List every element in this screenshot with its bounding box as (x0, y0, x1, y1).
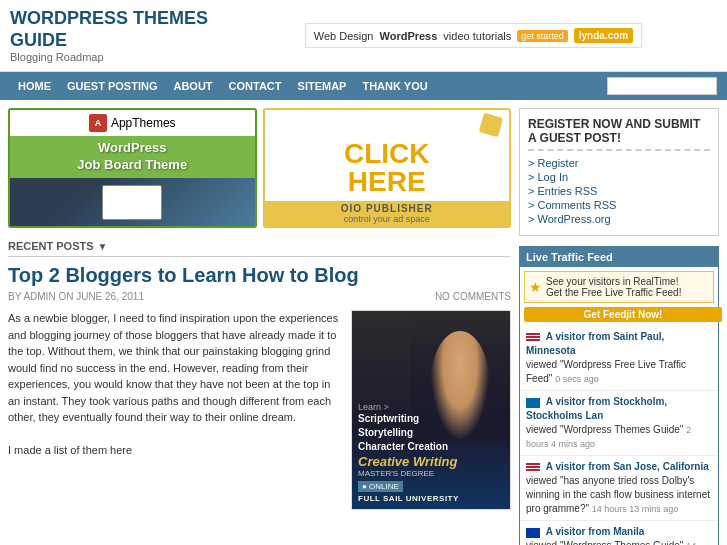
site-subtitle: Blogging Roadmap (10, 51, 230, 63)
traffic-location-3: A visitor from San Jose, California (546, 461, 709, 472)
traffic-action-4: viewed "Wordpress Themes Guide" (526, 540, 683, 545)
ad-subject2: Storytelling (358, 427, 413, 438)
banner-row: A AppThemes WordPressJob Board Theme CLI… (8, 108, 511, 228)
traffic-item-3: A visitor from San Jose, California view… (520, 456, 718, 521)
traffic-action-2: viewed "Wordpress Themes Guide" (526, 424, 683, 435)
banner2-oio-label: OIO PUBLISHER (267, 203, 508, 214)
us-flag-icon-2 (526, 463, 540, 473)
banner-video-text: video tutorials (443, 30, 511, 42)
feedjit-button[interactable]: Get Feedjit Now! (524, 307, 722, 322)
recent-posts-arrow-icon: ▼ (98, 241, 108, 252)
traffic-item-1: A visitor from Saint Paul, Minnesota vie… (520, 326, 718, 391)
feedjit-star-icon: ★ (529, 279, 542, 295)
lynda-badge: lynda.com (574, 28, 633, 43)
ad-subjects: Scriptwriting Storytelling Character Cre… (358, 412, 504, 454)
traffic-location-2: A visitor from Stockholm, Stockholms Lan (526, 396, 667, 421)
site-title: WORDPRESS THEMES GUIDE (10, 8, 230, 51)
appthemes-label: AppThemes (111, 116, 176, 130)
appthemes-icon: A (89, 114, 107, 132)
ad-learn-label: Learn > (358, 402, 504, 412)
sidebar-link-wordpress-org[interactable]: WordPress.org (528, 213, 710, 225)
nav-item-thankyou[interactable]: THANK YOU (354, 72, 435, 100)
traffic-time-3: 14 hours 13 mins ago (592, 504, 679, 514)
site-title-area: WORDPRESS THEMES GUIDE Blogging Roadmap (10, 8, 230, 63)
ph-flag-icon (526, 528, 540, 538)
sidebar-link-login[interactable]: Log In (528, 171, 710, 183)
feedjit-promo-text: See your visitors in RealTime!Get the Fr… (546, 276, 681, 298)
recent-posts-label: RECENT POSTS (8, 240, 94, 252)
recent-posts-header: RECENT POSTS ▼ (8, 240, 511, 257)
traffic-item-4: A visitor from Manila viewed "Wordpress … (520, 521, 718, 545)
traffic-action-1: viewed "Wordpress Free Live Traffic Feed… (526, 359, 686, 384)
header-banner: Web Design WordPress video tutorials get… (230, 23, 717, 48)
banner1-top: A AppThemes (10, 110, 255, 136)
ad-subject3: Character Creation (358, 441, 448, 452)
post-ad-inner: Learn > Scriptwriting Storytelling Chara… (351, 310, 511, 510)
post-byline: BY ADMIN ON JUNE 26, 2011 (8, 291, 144, 302)
sidebar-register-title: REGISTER NOW AND SUBMIT A GUEST POST! (528, 117, 710, 151)
ad-school-name: FULL SAIL UNIVERSITY (358, 494, 504, 503)
appthemes-banner[interactable]: A AppThemes WordPressJob Board Theme (8, 108, 257, 228)
post-content-area: As a newbie blogger, I need to find insp… (8, 310, 511, 510)
post-paragraph-1: As a newbie blogger, I need to find insp… (8, 310, 343, 426)
nav-item-sitemap[interactable]: SITEMAP (290, 72, 355, 100)
se-flag-icon (526, 398, 540, 408)
banner2-click-text: CLICK (344, 140, 430, 168)
banner2-tagline: control your ad space (267, 214, 508, 224)
ad-text: Learn > Scriptwriting Storytelling Chara… (358, 402, 504, 503)
banner1-image (10, 178, 255, 226)
banner-web-design-text: Web Design (314, 30, 374, 42)
live-traffic-widget: Live Traffic Feed ★ See your visitors in… (519, 246, 719, 545)
search-input[interactable] (607, 77, 717, 95)
live-traffic-header: Live Traffic Feed (520, 247, 718, 267)
content-column: A AppThemes WordPressJob Board Theme CLI… (8, 108, 511, 545)
sidebar-link-register[interactable]: Register (528, 157, 710, 169)
post-title[interactable]: Top 2 Bloggers to Learn How to Blog (8, 263, 511, 287)
sidebar-link-entries-rss[interactable]: Entries RSS (528, 185, 710, 197)
us-flag-icon (526, 333, 540, 343)
traffic-item-2: A visitor from Stockholm, Stockholms Lan… (520, 391, 718, 456)
nav-item-about[interactable]: ABOUT (165, 72, 220, 100)
header-banner-inner: Web Design WordPress video tutorials get… (305, 23, 642, 48)
feedjit-promo: ★ See your visitors in RealTime!Get the … (524, 271, 714, 303)
post-text: As a newbie blogger, I need to find insp… (8, 310, 343, 510)
ad-subject1: Scriptwriting (358, 413, 419, 424)
sidebar-link-comments-rss[interactable]: Comments RSS (528, 199, 710, 211)
nav-item-home[interactable]: HOME (10, 72, 59, 100)
banner2-here-text: HERE (348, 168, 426, 196)
banner1-text: WordPressJob Board Theme (73, 136, 191, 178)
post-paragraph-2: I made a list of them here (8, 442, 343, 459)
nav-item-guest-posting[interactable]: GUEST POSTING (59, 72, 165, 100)
ad-content: Learn > Scriptwriting Storytelling Chara… (352, 311, 510, 509)
traffic-time-1: 0 secs ago (555, 374, 599, 384)
banner1-screen (102, 185, 162, 220)
traffic-location-1: A visitor from Saint Paul, Minnesota (526, 331, 664, 356)
nav-item-contact[interactable]: CONTACT (221, 72, 290, 100)
navigation: HOME GUEST POSTING ABOUT CONTACT SITEMAP… (0, 72, 727, 100)
header: WORDPRESS THEMES GUIDE Blogging Roadmap … (0, 0, 727, 72)
get-started-button[interactable]: get started (517, 30, 568, 42)
sidebar: REGISTER NOW AND SUBMIT A GUEST POST! Re… (519, 108, 719, 545)
banner2-icon-shape (479, 113, 503, 137)
ad-degree-label: MASTER'S DEGREE (358, 469, 504, 478)
nav-search (607, 77, 717, 95)
banner2-bottom: OIO PUBLISHER control your ad space (265, 201, 510, 226)
ad-online-label: ● ONLINE (358, 481, 403, 492)
post-meta: BY ADMIN ON JUNE 26, 2011 NO COMMENTS (8, 291, 511, 302)
traffic-location-4: A visitor from Manila (546, 526, 645, 537)
sidebar-register-box: REGISTER NOW AND SUBMIT A GUEST POST! Re… (519, 108, 719, 236)
oio-banner[interactable]: CLICK HERE OIO PUBLISHER control your ad… (263, 108, 512, 228)
main-content: A AppThemes WordPressJob Board Theme CLI… (0, 100, 727, 545)
post-comments: NO COMMENTS (435, 291, 511, 302)
banner-wordpress-text: WordPress (379, 30, 437, 42)
post-advertisement[interactable]: Learn > Scriptwriting Storytelling Chara… (351, 310, 511, 510)
ad-creative-writing: Creative Writing (358, 454, 504, 469)
banner2-icon (481, 115, 501, 135)
